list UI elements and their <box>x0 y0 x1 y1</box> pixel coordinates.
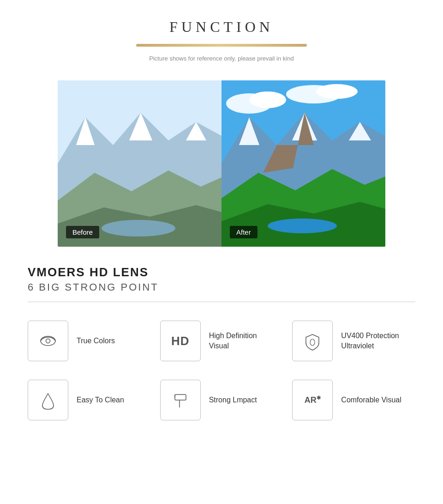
hammer-icon <box>170 390 191 410</box>
title-underline-decoration <box>136 44 307 47</box>
shield-icon <box>302 331 323 351</box>
after-label: After <box>230 226 257 238</box>
svg-point-21 <box>41 336 55 346</box>
drop-icon <box>38 390 58 410</box>
comparison-after-panel: After <box>222 80 385 247</box>
svg-point-23 <box>310 339 315 346</box>
svg-point-7 <box>102 220 175 237</box>
comfortable-visual-text: Comforable Visual <box>341 395 401 405</box>
svg-point-10 <box>249 91 286 108</box>
svg-point-20 <box>268 219 337 233</box>
page-title: FUNCTION <box>28 18 415 36</box>
page-wrapper: FUNCTION Picture shows for reference onl… <box>0 0 443 439</box>
svg-point-12 <box>316 84 358 99</box>
feature-high-definition: HD High DefinitionVisual <box>160 321 283 361</box>
hd-icon-box: HD <box>160 321 201 361</box>
hd-text: High DefinitionVisual <box>209 331 257 352</box>
before-label: Before <box>66 226 99 238</box>
strong-impact-text: Strong Lmpact <box>209 395 257 405</box>
picture-note: Picture shows for reference only, please… <box>28 55 415 62</box>
hd-lens-title: VMOERS HD LENS <box>28 265 415 279</box>
easy-clean-text: Easy To Clean <box>77 395 124 405</box>
easy-clean-icon-box <box>28 380 68 420</box>
hd-lens-subtitle: 6 BIG STRONG POINT <box>28 281 415 293</box>
true-colors-text: True Colors <box>77 336 115 346</box>
feature-strong-impact: Strong Lmpact <box>160 380 283 420</box>
uv400-icon-box <box>292 321 333 361</box>
svg-rect-24 <box>175 395 186 400</box>
section-divider <box>28 302 415 302</box>
comparison-before-panel: Before <box>58 80 222 247</box>
feature-uv400: UV400 ProtectionUltraviolet <box>292 321 415 361</box>
feature-true-colors: True Colors <box>28 321 151 361</box>
ar-text-icon: AR✱ <box>305 395 321 405</box>
svg-point-22 <box>46 339 50 343</box>
comparison-container: Before <box>58 80 385 247</box>
feature-easy-clean: Easy To Clean <box>28 380 151 420</box>
uv400-text: UV400 ProtectionUltraviolet <box>341 331 399 352</box>
hd-text-icon: HD <box>171 334 190 348</box>
eye-icon <box>38 331 58 351</box>
features-grid: True Colors HD High DefinitionVisual UV4… <box>28 321 415 420</box>
hd-lens-section: VMOERS HD LENS 6 BIG STRONG POINT <box>28 265 415 302</box>
strong-impact-icon-box <box>160 380 201 420</box>
feature-comfortable-visual: AR✱ Comforable Visual <box>292 380 415 420</box>
true-colors-icon-box <box>28 321 68 361</box>
comfortable-visual-icon-box: AR✱ <box>292 380 333 420</box>
